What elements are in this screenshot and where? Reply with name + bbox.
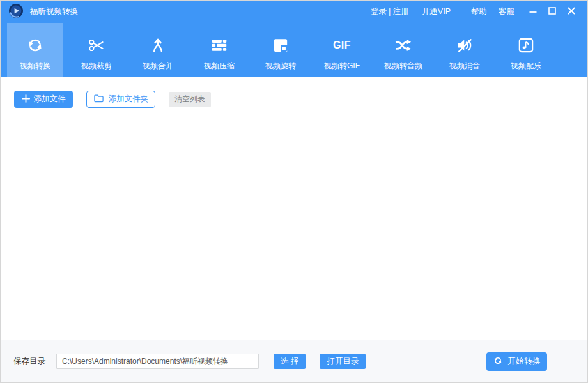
tab-label: 视频消音: [449, 61, 480, 71]
app-logo-icon: [8, 3, 24, 21]
tab-label: 视频转换: [20, 61, 50, 71]
shuffle-icon: [394, 33, 413, 57]
minimize-icon: [529, 7, 537, 17]
close-icon: [568, 7, 575, 17]
open-vip-link[interactable]: 开通VIP: [422, 6, 451, 17]
save-dir-label: 保存目录: [13, 356, 45, 367]
scissors-icon: [87, 33, 106, 57]
tab-label: 视频旋转: [265, 61, 296, 71]
maximize-button[interactable]: [543, 4, 562, 20]
titlebar-left: 福昕视频转换: [8, 3, 78, 21]
add-folder-label: 添加文件夹: [109, 94, 149, 105]
start-convert-label: 开始转换: [507, 356, 541, 367]
merge-icon: [148, 33, 167, 57]
file-list-area: 添加文件 添加文件夹 清空列表: [1, 77, 587, 340]
tab-video-crop[interactable]: 视频裁剪: [68, 23, 125, 77]
close-button[interactable]: [562, 4, 581, 20]
tab-video-mute[interactable]: 视频消音: [437, 23, 493, 77]
sync-icon: [26, 33, 45, 57]
help-link[interactable]: 帮助: [471, 6, 487, 17]
titlebar: 福昕视频转换 登录 | 注册 开通VIP 帮助 客服: [1, 1, 587, 23]
clear-list-button[interactable]: 清空列表: [169, 92, 211, 107]
footer-bar: 保存目录 选 择 打开目录 开始转换: [1, 340, 587, 382]
app-window: 福昕视频转换 登录 | 注册 开通VIP 帮助 客服: [0, 0, 588, 383]
maximize-icon: [548, 7, 556, 17]
tab-label: 视频转GIF: [324, 61, 360, 71]
tab-label: 视频合并: [143, 61, 173, 71]
sync-icon: [493, 356, 503, 368]
folder-icon: [93, 94, 104, 105]
actions-row: 添加文件 添加文件夹 清空列表: [14, 91, 587, 108]
tab-video-to-gif[interactable]: GIF视频转GIF: [314, 23, 370, 77]
add-file-button[interactable]: 添加文件: [14, 91, 73, 108]
add-file-label: 添加文件: [34, 94, 66, 105]
compress-icon: [210, 33, 229, 57]
tab-video-compress[interactable]: 视频压缩: [191, 23, 247, 77]
tab-label: 视频转音频: [384, 61, 422, 71]
save-dir-input[interactable]: [56, 354, 259, 369]
choose-dir-button[interactable]: 选 择: [274, 354, 306, 369]
add-folder-button[interactable]: 添加文件夹: [86, 91, 155, 108]
toolbar-tabs: 视频转换 视频裁剪 视频合并 视频压缩 视频: [1, 23, 587, 77]
rotate-icon: [271, 33, 290, 57]
tab-label: 视频裁剪: [81, 61, 112, 71]
plus-icon: [22, 94, 30, 105]
gif-icon: GIF: [333, 33, 351, 57]
mute-icon: [455, 33, 474, 57]
tab-video-merge[interactable]: 视频合并: [130, 23, 186, 77]
minimize-button[interactable]: [523, 4, 543, 20]
titlebar-right: 登录 | 注册 开通VIP 帮助 客服: [371, 4, 581, 20]
start-convert-button[interactable]: 开始转换: [486, 352, 547, 371]
support-link[interactable]: 客服: [499, 6, 514, 17]
tab-video-rotate[interactable]: 视频旋转: [252, 23, 309, 77]
open-dir-button[interactable]: 打开目录: [320, 354, 366, 369]
tab-label: 视频压缩: [204, 61, 235, 71]
login-register-link[interactable]: 登录 | 注册: [371, 6, 409, 17]
music-icon: [516, 33, 536, 57]
tab-video-convert[interactable]: 视频转换: [7, 23, 63, 77]
app-title: 福昕视频转换: [30, 6, 78, 17]
tab-label: 视频配乐: [511, 61, 541, 71]
tab-video-soundtrack[interactable]: 视频配乐: [498, 23, 554, 77]
tab-video-to-audio[interactable]: 视频转音频: [375, 23, 431, 77]
